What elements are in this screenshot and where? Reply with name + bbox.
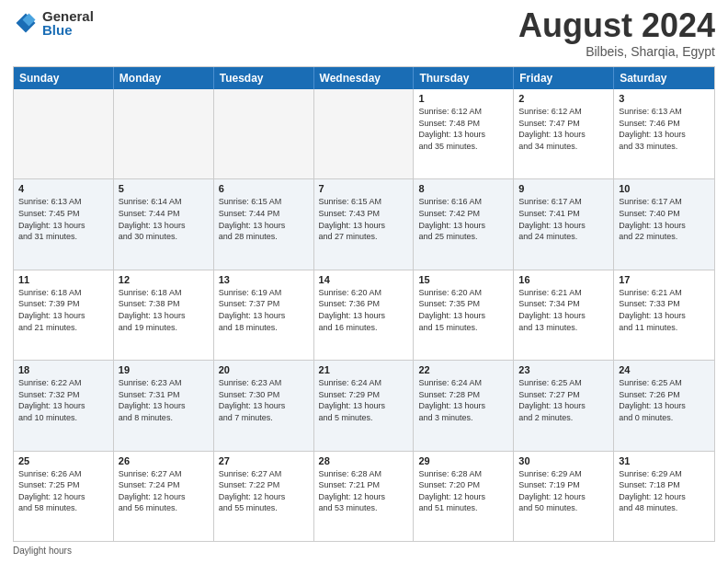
day-info: Sunrise: 6:17 AM Sunset: 7:40 PM Dayligh… [619, 196, 710, 242]
day-info: Sunrise: 6:29 AM Sunset: 7:18 PM Dayligh… [619, 468, 710, 514]
title-month: August 2024 [518, 9, 715, 42]
day-info: Sunrise: 6:26 AM Sunset: 7:25 PM Dayligh… [18, 468, 108, 514]
day-cell-7: 7Sunrise: 6:15 AM Sunset: 7:43 PM Daylig… [314, 179, 415, 269]
day-cell-14: 14Sunrise: 6:20 AM Sunset: 7:36 PM Dayli… [314, 270, 415, 360]
day-cell-21: 21Sunrise: 6:24 AM Sunset: 7:29 PM Dayli… [314, 361, 415, 450]
day-cell-22: 22Sunrise: 6:24 AM Sunset: 7:28 PM Dayli… [414, 361, 514, 450]
calendar-week-5: 25Sunrise: 6:26 AM Sunset: 7:25 PM Dayli… [14, 451, 714, 541]
calendar-body: 1Sunrise: 6:12 AM Sunset: 7:48 PM Daylig… [14, 89, 714, 541]
day-number: 26 [119, 455, 209, 466]
day-number: 17 [619, 274, 710, 285]
day-info: Sunrise: 6:13 AM Sunset: 7:46 PM Dayligh… [619, 106, 710, 152]
calendar-header: SundayMondayTuesdayWednesdayThursdayFrid… [14, 67, 714, 89]
logo-text: General Blue [42, 9, 94, 37]
day-cell-25: 25Sunrise: 6:26 AM Sunset: 7:25 PM Dayli… [14, 452, 114, 541]
day-cell-1: 1Sunrise: 6:12 AM Sunset: 7:48 PM Daylig… [414, 89, 514, 178]
day-number: 21 [319, 364, 409, 375]
empty-cell [214, 89, 314, 178]
day-number: 16 [518, 274, 609, 285]
day-info: Sunrise: 6:20 AM Sunset: 7:35 PM Dayligh… [418, 287, 508, 333]
day-number: 6 [219, 183, 309, 194]
day-number: 2 [518, 93, 609, 104]
day-cell-4: 4Sunrise: 6:13 AM Sunset: 7:45 PM Daylig… [14, 179, 114, 269]
day-cell-17: 17Sunrise: 6:21 AM Sunset: 7:33 PM Dayli… [614, 270, 714, 360]
calendar-week-4: 18Sunrise: 6:22 AM Sunset: 7:32 PM Dayli… [14, 360, 714, 450]
day-number: 19 [119, 364, 209, 375]
header-day-wednesday: Wednesday [314, 67, 415, 89]
day-number: 10 [619, 183, 710, 194]
day-info: Sunrise: 6:18 AM Sunset: 7:39 PM Dayligh… [18, 287, 108, 333]
page: General Blue August 2024 Bilbeis, Sharqi… [0, 0, 728, 563]
day-info: Sunrise: 6:27 AM Sunset: 7:24 PM Dayligh… [119, 468, 209, 514]
header-day-monday: Monday [114, 67, 214, 89]
day-number: 30 [518, 455, 609, 466]
day-info: Sunrise: 6:23 AM Sunset: 7:31 PM Dayligh… [119, 377, 209, 423]
calendar: SundayMondayTuesdayWednesdayThursdayFrid… [13, 66, 715, 542]
calendar-week-1: 1Sunrise: 6:12 AM Sunset: 7:48 PM Daylig… [14, 89, 714, 178]
day-info: Sunrise: 6:24 AM Sunset: 7:28 PM Dayligh… [418, 377, 508, 423]
logo-general: General [42, 9, 94, 23]
day-cell-3: 3Sunrise: 6:13 AM Sunset: 7:46 PM Daylig… [614, 89, 714, 178]
day-info: Sunrise: 6:22 AM Sunset: 7:32 PM Dayligh… [18, 377, 108, 423]
day-cell-16: 16Sunrise: 6:21 AM Sunset: 7:34 PM Dayli… [514, 270, 614, 360]
day-number: 20 [219, 364, 309, 375]
day-cell-31: 31Sunrise: 6:29 AM Sunset: 7:18 PM Dayli… [614, 452, 714, 541]
day-cell-23: 23Sunrise: 6:25 AM Sunset: 7:27 PM Dayli… [514, 361, 614, 450]
day-number: 27 [219, 455, 309, 466]
day-number: 22 [418, 364, 508, 375]
day-info: Sunrise: 6:19 AM Sunset: 7:37 PM Dayligh… [219, 287, 309, 333]
day-cell-19: 19Sunrise: 6:23 AM Sunset: 7:31 PM Dayli… [114, 361, 214, 450]
day-number: 7 [319, 183, 409, 194]
day-info: Sunrise: 6:13 AM Sunset: 7:45 PM Dayligh… [18, 196, 108, 242]
day-number: 11 [18, 274, 108, 285]
calendar-week-2: 4Sunrise: 6:13 AM Sunset: 7:45 PM Daylig… [14, 178, 714, 269]
header-day-sunday: Sunday [14, 67, 114, 89]
calendar-week-3: 11Sunrise: 6:18 AM Sunset: 7:39 PM Dayli… [14, 270, 714, 360]
header: General Blue August 2024 Bilbeis, Sharqi… [13, 9, 715, 59]
day-number: 29 [418, 455, 508, 466]
day-number: 14 [319, 274, 409, 285]
day-info: Sunrise: 6:25 AM Sunset: 7:26 PM Dayligh… [619, 377, 710, 423]
empty-cell [14, 89, 114, 178]
day-number: 4 [18, 183, 108, 194]
day-cell-10: 10Sunrise: 6:17 AM Sunset: 7:40 PM Dayli… [614, 179, 714, 269]
day-info: Sunrise: 6:21 AM Sunset: 7:33 PM Dayligh… [619, 287, 710, 333]
day-cell-6: 6Sunrise: 6:15 AM Sunset: 7:44 PM Daylig… [214, 179, 314, 269]
day-cell-13: 13Sunrise: 6:19 AM Sunset: 7:37 PM Dayli… [214, 270, 314, 360]
day-cell-30: 30Sunrise: 6:29 AM Sunset: 7:19 PM Dayli… [514, 452, 614, 541]
day-info: Sunrise: 6:12 AM Sunset: 7:48 PM Dayligh… [418, 106, 508, 152]
header-day-saturday: Saturday [614, 67, 714, 89]
day-number: 31 [619, 455, 710, 466]
day-cell-15: 15Sunrise: 6:20 AM Sunset: 7:35 PM Dayli… [414, 270, 514, 360]
day-info: Sunrise: 6:14 AM Sunset: 7:44 PM Dayligh… [119, 196, 209, 242]
day-info: Sunrise: 6:15 AM Sunset: 7:43 PM Dayligh… [319, 196, 409, 242]
day-cell-28: 28Sunrise: 6:28 AM Sunset: 7:21 PM Dayli… [314, 452, 415, 541]
day-cell-24: 24Sunrise: 6:25 AM Sunset: 7:26 PM Dayli… [614, 361, 714, 450]
day-cell-27: 27Sunrise: 6:27 AM Sunset: 7:22 PM Dayli… [214, 452, 314, 541]
day-number: 8 [418, 183, 508, 194]
day-info: Sunrise: 6:27 AM Sunset: 7:22 PM Dayligh… [219, 468, 309, 514]
day-cell-8: 8Sunrise: 6:16 AM Sunset: 7:42 PM Daylig… [414, 179, 514, 269]
day-cell-9: 9Sunrise: 6:17 AM Sunset: 7:41 PM Daylig… [514, 179, 614, 269]
day-number: 18 [18, 364, 108, 375]
title-location: Bilbeis, Sharqia, Egypt [518, 44, 715, 59]
day-info: Sunrise: 6:25 AM Sunset: 7:27 PM Dayligh… [518, 377, 609, 423]
day-number: 25 [18, 455, 108, 466]
daylight-label: Daylight hours [13, 546, 72, 556]
day-info: Sunrise: 6:24 AM Sunset: 7:29 PM Dayligh… [319, 377, 409, 423]
day-cell-18: 18Sunrise: 6:22 AM Sunset: 7:32 PM Dayli… [14, 361, 114, 450]
day-number: 15 [418, 274, 508, 285]
day-info: Sunrise: 6:29 AM Sunset: 7:19 PM Dayligh… [518, 468, 609, 514]
day-number: 5 [119, 183, 209, 194]
day-cell-2: 2Sunrise: 6:12 AM Sunset: 7:47 PM Daylig… [514, 89, 614, 178]
day-number: 9 [518, 183, 609, 194]
header-day-tuesday: Tuesday [214, 67, 314, 89]
day-cell-5: 5Sunrise: 6:14 AM Sunset: 7:44 PM Daylig… [114, 179, 214, 269]
day-number: 13 [219, 274, 309, 285]
day-info: Sunrise: 6:23 AM Sunset: 7:30 PM Dayligh… [219, 377, 309, 423]
day-cell-29: 29Sunrise: 6:28 AM Sunset: 7:20 PM Dayli… [414, 452, 514, 541]
day-info: Sunrise: 6:15 AM Sunset: 7:44 PM Dayligh… [219, 196, 309, 242]
day-info: Sunrise: 6:12 AM Sunset: 7:47 PM Dayligh… [518, 106, 609, 152]
day-number: 12 [119, 274, 209, 285]
day-info: Sunrise: 6:16 AM Sunset: 7:42 PM Dayligh… [418, 196, 508, 242]
